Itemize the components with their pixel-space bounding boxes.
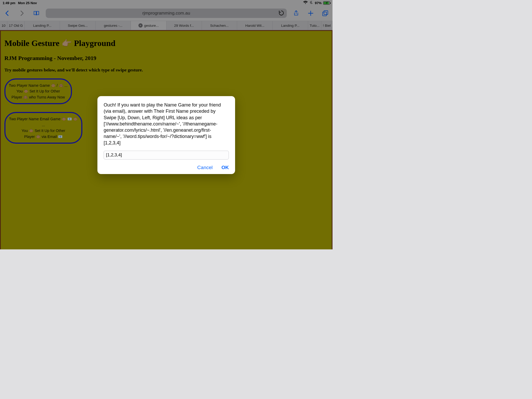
prompt-input[interactable]: [104, 151, 229, 159]
javascript-prompt-dialog: Ouch! If you want to play the Name Game …: [97, 96, 235, 174]
prompt-message: Ouch! If you want to play the Name Game …: [104, 102, 229, 146]
cancel-button[interactable]: Cancel: [197, 165, 212, 170]
ok-button[interactable]: OK: [222, 165, 229, 170]
